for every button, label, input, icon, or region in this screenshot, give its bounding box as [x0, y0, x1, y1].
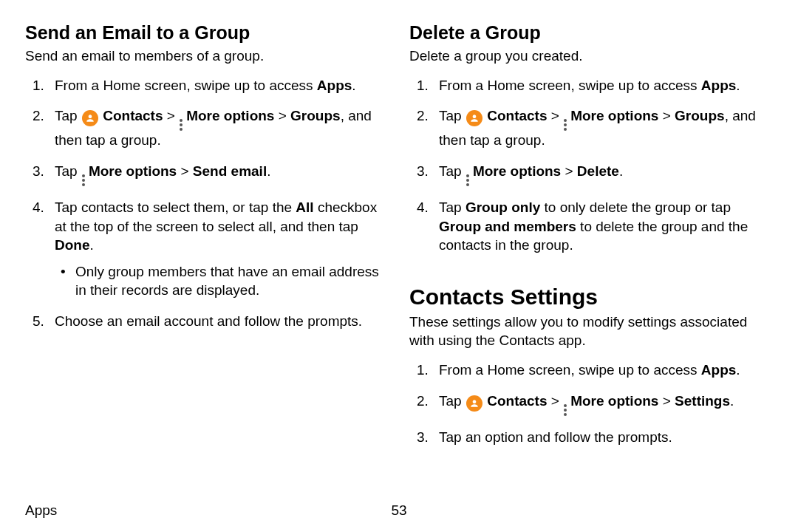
step-5: Choose an email account and follow the p… [25, 312, 389, 331]
step-text: . [730, 393, 734, 409]
step-text: > [561, 163, 577, 179]
contacts-icon [466, 110, 482, 126]
step-text: . [736, 362, 740, 378]
step-4-notes: Only group members that have an email ad… [55, 262, 389, 300]
step-text: Tap [439, 200, 466, 215]
step-2: Tap Contacts > More options > Groups, an… [409, 106, 773, 150]
all-label: All [296, 200, 313, 215]
contacts-settings-intro: These settings allow you to modify setti… [409, 313, 773, 350]
settings-label: Settings [675, 393, 730, 409]
more-options-label: More options [473, 163, 561, 179]
step-3: Tap an option and follow the prompts. [409, 428, 773, 447]
step-1: From a Home screen, swipe up to access A… [25, 76, 389, 95]
groups-label: Groups [290, 108, 341, 123]
step-1: From a Home screen, swipe up to access A… [409, 361, 773, 380]
apps-label: Apps [701, 362, 737, 378]
step-text: > [274, 108, 290, 123]
step-text: Tap [439, 393, 466, 409]
step-text: . [267, 163, 270, 179]
step-text: . [619, 163, 623, 179]
step-3: Tap More options > Send email. [25, 162, 389, 186]
step-text: to only delete the group or tap [540, 200, 731, 215]
delete-group-steps: From a Home screen, swipe up to access A… [409, 76, 773, 255]
step-text: . [352, 78, 355, 93]
step-4: Tap contacts to select them, or tap the … [25, 198, 389, 300]
step-text: . [90, 237, 94, 253]
step-text: Tap [439, 163, 466, 179]
columns: Send an Email to a Group Send an email t… [25, 22, 773, 458]
contacts-label: Contacts [487, 393, 547, 409]
contacts-label: Contacts [103, 108, 163, 123]
more-options-icon [564, 404, 568, 416]
step-text: Tap [55, 108, 81, 123]
more-options-label: More options [570, 108, 658, 123]
step-2: Tap Contacts > More options > Groups, an… [25, 106, 389, 150]
right-column: Delete a Group Delete a group you create… [409, 22, 773, 458]
apps-label: Apps [317, 78, 352, 93]
more-options-label: More options [570, 393, 658, 409]
more-options-icon [180, 119, 184, 131]
more-options-icon [466, 174, 471, 186]
step-text: From a Home screen, swipe up to access [55, 78, 317, 93]
send-email-label: Send email [193, 163, 267, 179]
manual-page: Send an Email to a Group Send an email t… [0, 0, 798, 532]
left-column: Send an Email to a Group Send an email t… [25, 22, 389, 458]
step-2: Tap Contacts > More options > Settings. [409, 392, 773, 416]
delete-group-intro: Delete a group you created. [409, 47, 773, 66]
send-email-heading: Send an Email to a Group [25, 22, 389, 44]
contacts-settings-heading: Contacts Settings [409, 284, 773, 310]
step-3: Tap More options > Delete. [409, 162, 773, 186]
step-text: > [658, 393, 675, 409]
step-4: Tap Group only to only delete the group … [409, 198, 773, 255]
groups-label: Groups [675, 108, 725, 123]
more-options-label: More options [89, 163, 177, 179]
contacts-settings-steps: From a Home screen, swipe up to access A… [409, 361, 773, 446]
step-text: > [548, 393, 564, 409]
page-number: 53 [391, 502, 406, 519]
more-options-label: More options [186, 108, 274, 123]
contacts-icon [82, 110, 98, 126]
step-text: . [736, 78, 740, 93]
step-text: Tap contacts to select them, or tap the [55, 200, 296, 215]
contacts-label: Contacts [487, 108, 547, 123]
step-1: From a Home screen, swipe up to access A… [409, 76, 773, 95]
step-text: > [658, 108, 675, 123]
bullet-note: Only group members that have an email ad… [55, 262, 389, 300]
delete-label: Delete [577, 163, 619, 179]
send-email-intro: Send an email to members of a group. [25, 47, 389, 66]
send-email-steps: From a Home screen, swipe up to access A… [25, 76, 389, 331]
apps-label: Apps [701, 78, 737, 93]
done-label: Done [55, 237, 90, 253]
step-text: Tap [55, 163, 81, 179]
group-and-members-label: Group and members [439, 219, 576, 234]
step-text: > [177, 163, 193, 179]
contacts-icon [466, 395, 482, 412]
more-options-icon [564, 119, 568, 131]
step-text: > [163, 108, 180, 123]
footer-section: Apps [25, 502, 57, 519]
step-text: Tap [439, 108, 466, 123]
step-text: > [548, 108, 564, 123]
group-only-label: Group only [466, 200, 540, 215]
delete-group-heading: Delete a Group [409, 22, 773, 44]
step-text: From a Home screen, swipe up to access [439, 78, 701, 93]
more-options-icon [82, 174, 86, 186]
step-text: From a Home screen, swipe up to access [439, 362, 701, 378]
